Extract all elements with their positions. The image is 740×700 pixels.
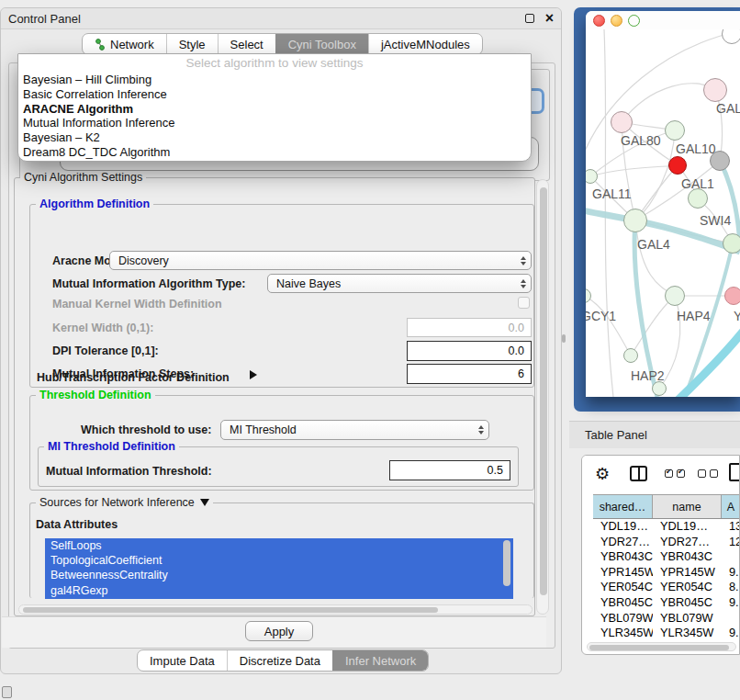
mi-threshold-definition-group: MI Threshold Definition Mutual Informati…	[38, 446, 519, 487]
settings-hscrollbar-thumb[interactable]	[23, 607, 438, 613]
tab-select[interactable]: Select	[218, 34, 275, 54]
network-node-GAL7[interactable]	[703, 78, 727, 102]
network-canvas[interactable]: GAL7GAL80GAL10GAL1GAL11GAL4SWI4GCY1HAP4Y…	[586, 29, 740, 397]
algorithm-option[interactable]: ARACNE Algorithm	[18, 102, 531, 117]
columns-icon[interactable]	[630, 466, 647, 481]
settings-hscrollbar-track[interactable]	[18, 604, 533, 615]
node-label-GAL1: GAL1	[681, 176, 714, 191]
tab-label: Style	[179, 34, 206, 55]
algorithm-option[interactable]: Bayesian – Hill Climbing	[18, 73, 531, 87]
dpi-tolerance-field[interactable]: 0.0	[407, 341, 532, 361]
kernel-width-value: 0.0	[509, 322, 524, 334]
table-cell: YDL19…	[653, 519, 722, 535]
deselect-all-icon[interactable]	[698, 469, 706, 478]
table-row[interactable]: YBR045CYBR045C9.	[593, 595, 740, 611]
expander-collapsed-icon[interactable]	[250, 370, 257, 379]
network-node-pink-right[interactable]	[724, 287, 740, 305]
tab-cyni-toolbox[interactable]: Cyni Toolbox	[275, 34, 368, 54]
kernel-width-field[interactable]: 0.0	[407, 318, 532, 337]
minimize-button[interactable]	[611, 15, 622, 27]
kernel-width-label: Kernel Width (0,1):	[52, 322, 153, 334]
deselect-all-icon[interactable]	[710, 469, 718, 478]
table-row[interactable]: YBR043CYBR043C	[593, 549, 740, 565]
aracne-mode-combobox[interactable]: Discovery	[109, 251, 532, 270]
list-scrollbar-thumb[interactable]	[503, 540, 510, 586]
settings-vscrollbar-thumb[interactable]	[540, 187, 547, 595]
table-header-row: shared…nameA	[593, 494, 740, 519]
algorithm-option[interactable]: Basic Correlation Inference	[18, 87, 531, 102]
tab-infer-network[interactable]: Infer Network	[332, 650, 428, 671]
network-node-node-bottom[interactable]	[652, 381, 667, 396]
which-threshold-combobox[interactable]: MI Threshold	[220, 420, 489, 440]
select-all-icon[interactable]	[665, 469, 673, 478]
close-button[interactable]	[593, 15, 605, 27]
zoom-button[interactable]	[628, 15, 640, 27]
mi-algorithm-type-combobox[interactable]: Naive Bayes	[267, 274, 532, 293]
table-row[interactable]: YDR27…YDR27…12	[593, 535, 740, 550]
dpi-tolerance-label: DPI Tolerance [0,1]:	[52, 344, 159, 357]
panel-splitter-handle[interactable]	[562, 334, 566, 343]
document-icon[interactable]	[729, 463, 740, 481]
network-node-HAP2[interactable]	[623, 348, 638, 363]
table-cell: YDR27…	[593, 535, 653, 550]
tab-network[interactable]: Network	[83, 34, 166, 54]
algorithm-option[interactable]: Mutual Information Inference	[18, 116, 531, 130]
network-node-GAL80[interactable]	[611, 111, 633, 133]
float-panel-icon[interactable]	[525, 14, 534, 23]
table-row[interactable]: YER054CYER054C8.	[593, 580, 740, 595]
table-cell	[722, 611, 740, 627]
column-header-a[interactable]: A	[722, 495, 740, 518]
table-rows[interactable]: YDL19…YDL19…13YDR27…YDR27…12YBR043CYBR04…	[593, 519, 740, 642]
attribute-item-selected[interactable]: TopologicalCoefficient	[45, 553, 513, 568]
network-node-SWI4[interactable]	[723, 233, 740, 254]
close-panel-icon[interactable]: ×	[545, 9, 554, 28]
attribute-list[interactable]: SelfLoopsTopologicalCoefficientBetweenne…	[45, 538, 513, 599]
table-cell: YDR27…	[653, 535, 722, 550]
mi-steps-field[interactable]: 6	[407, 364, 532, 384]
tab-label: Select	[230, 34, 263, 55]
gear-icon[interactable]: ⚙	[595, 465, 610, 483]
which-threshold-label: Which threshold to use:	[81, 423, 211, 436]
tab-discretize-data[interactable]: Discretize Data	[227, 650, 332, 671]
column-header-name[interactable]: name	[653, 495, 722, 518]
tab-label: Infer Network	[345, 650, 416, 672]
algorithm-option[interactable]: Bayesian – K2	[18, 130, 531, 145]
algorithm-option[interactable]: Dream8 DC_TDC Algorithm	[18, 145, 531, 160]
node-label-GCY1: GCY1	[586, 309, 616, 323]
threshold-definition-title: Threshold Definition	[36, 389, 155, 401]
apply-button[interactable]: Apply	[245, 621, 313, 641]
minimized-panel-icon[interactable]	[2, 686, 12, 698]
settings-vscrollbar-track[interactable]	[536, 179, 549, 615]
table-hscrollbar-thumb[interactable]	[589, 645, 729, 650]
network-node-gray-node[interactable]	[710, 151, 730, 171]
network-node-HAP4[interactable]	[665, 286, 685, 306]
expander-expanded-icon[interactable]	[200, 499, 209, 506]
table-cell: YBR043C	[593, 549, 653, 565]
column-header-shared[interactable]: shared…	[593, 495, 653, 518]
mi-threshold-field[interactable]: 0.5	[389, 460, 510, 480]
table-hscrollbar-track[interactable]	[587, 642, 736, 651]
tab-jactivemnodules[interactable]: jActiveMNodules	[368, 34, 482, 54]
network-node-GAL4[interactable]	[623, 209, 647, 232]
table-row[interactable]: YPR145WYPR145W9.	[593, 565, 740, 581]
network-node-red-node[interactable]	[668, 156, 687, 175]
manual-kernel-checkbox[interactable]	[518, 297, 530, 309]
table-row[interactable]: YDL19…YDL19…13	[593, 519, 740, 535]
table-cell: 13	[722, 519, 740, 535]
network-icon	[95, 39, 106, 51]
aracne-mode-value: Discovery	[118, 254, 169, 267]
tab-label: jActiveMNodules	[381, 34, 470, 55]
network-node-GAL10[interactable]	[665, 120, 685, 141]
attribute-item-selected[interactable]: SelfLoops	[45, 538, 513, 553]
select-all-icon[interactable]	[677, 469, 685, 478]
network-node-GAL1[interactable]	[688, 188, 708, 209]
tab-impute-data[interactable]: Impute Data	[138, 650, 227, 671]
table-cell	[722, 549, 740, 565]
attribute-item-selected[interactable]: BetweennessCentrality	[45, 568, 513, 582]
attribute-item-selected[interactable]: gal4RGexp	[45, 583, 513, 598]
table-cell: YBL079W	[653, 611, 722, 627]
tab-style[interactable]: Style	[166, 34, 218, 54]
cyni-algorithm-settings-group: Cyni Algorithm Settings Algorithm Defini…	[14, 177, 535, 616]
table-row[interactable]: YLR345WYLR345W9.	[593, 626, 740, 641]
table-row[interactable]: YBL079WYBL079W	[593, 611, 740, 627]
